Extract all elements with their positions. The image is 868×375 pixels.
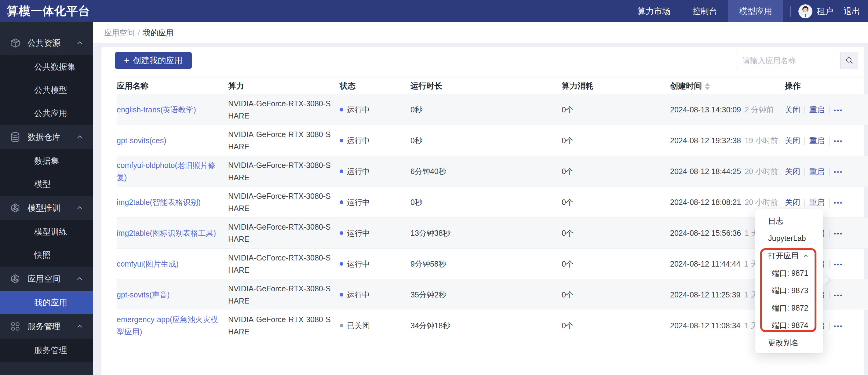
app-name-link[interactable]: gpt-sovits(声音) xyxy=(117,289,170,301)
more-dots-icon[interactable]: ••• xyxy=(834,230,843,237)
status-label: 运行中 xyxy=(347,167,370,176)
logout-button[interactable]: 退出 xyxy=(843,6,860,17)
status-label: 运行中 xyxy=(347,229,370,237)
app-name-link[interactable]: emergency-app(应急池火灾模型应用) xyxy=(117,313,222,338)
more-dots-icon[interactable]: ••• xyxy=(834,292,843,299)
breadcrumb: 应用空间 / 我的应用 xyxy=(93,22,868,43)
col-runtime: 运行时长 xyxy=(410,78,562,94)
nav-item-model-apps[interactable]: 模型应用 xyxy=(728,0,783,22)
created-cell: 2024-08-13 14:30:092 分钟前 xyxy=(670,94,785,125)
menu-item-open-app[interactable]: 打开应用 xyxy=(755,247,823,264)
consumption-value: 0个 xyxy=(562,94,670,125)
close-action[interactable]: 关闭 xyxy=(785,167,800,176)
col-created: 创建时间 xyxy=(670,78,785,94)
search-box xyxy=(736,52,858,69)
restart-action[interactable]: 重启 xyxy=(809,136,825,145)
close-action[interactable]: 关闭 xyxy=(785,198,800,207)
col-actions: 操作 xyxy=(785,78,868,94)
gpu-label: NVIDIA-GeForce-RTX-3080-SHARE xyxy=(228,128,334,153)
main-content: 应用空间 / 我的应用 + 创建我的应用 应用名称 算力 状态 xyxy=(93,22,868,375)
search-input[interactable] xyxy=(736,52,840,69)
actions-cell: 关闭重启••• xyxy=(785,125,868,156)
restart-action[interactable]: 重启 xyxy=(809,167,825,176)
app-name-link[interactable]: english-trans(英语教学) xyxy=(117,103,196,116)
app-name-link[interactable]: comfyui-oldphoto(老旧照片修复) xyxy=(117,159,222,184)
more-dots-icon[interactable]: ••• xyxy=(834,138,843,145)
restart-action[interactable]: 重启 xyxy=(809,198,825,207)
nav-item-compute-market[interactable]: 算力市场 xyxy=(626,0,681,22)
breadcrumb-section[interactable]: 应用空间 xyxy=(104,28,135,38)
runtime-value: 0秒 xyxy=(410,94,562,125)
status-dot xyxy=(340,108,343,112)
chevron-up-icon xyxy=(76,275,83,282)
more-dots-icon[interactable]: ••• xyxy=(834,323,843,330)
menu-item-port-9874[interactable]: 端口: 9874 xyxy=(755,317,823,334)
sidebar-item-model-train[interactable]: 模型训练 xyxy=(0,220,93,243)
sidebar-item-models[interactable]: 模型 xyxy=(0,173,93,196)
sidebar-group-data-warehouse[interactable]: 数据仓库 xyxy=(0,125,93,149)
more-dots-icon[interactable]: ••• xyxy=(834,261,843,268)
menu-item-port-9871[interactable]: 端口: 9871 xyxy=(755,264,823,282)
avatar[interactable] xyxy=(798,4,812,18)
row-actions-dropdown: 日志 JupyterLab 打开应用 端口: 9871 端口: 9873 端口:… xyxy=(755,209,823,353)
runtime-value: 0秒 xyxy=(410,187,562,218)
menu-item-port-9872[interactable]: 端口: 9872 xyxy=(755,299,823,317)
status-label: 已关闭 xyxy=(347,321,370,330)
sidebar-item-my-apps[interactable]: 我的应用 xyxy=(0,291,93,314)
runtime-value: 6分钟40秒 xyxy=(410,156,562,187)
sidebar-group-app-space[interactable]: 应用空间 xyxy=(0,267,93,291)
gpu-label: NVIDIA-GeForce-RTX-3080-SHARE xyxy=(228,282,334,307)
runtime-value: 9分钟58秒 xyxy=(410,249,562,279)
sidebar-item-public-apps[interactable]: 公共应用 xyxy=(0,102,93,125)
created-relative: 19 小时前 xyxy=(745,136,778,145)
created-relative: 20 小时前 xyxy=(745,167,778,176)
sidebar-group-label: 应用空间 xyxy=(28,273,60,284)
consumption-value: 0个 xyxy=(562,279,670,310)
sort-carets-icon[interactable] xyxy=(705,83,710,90)
sidebar-item-service-management[interactable]: 服务管理 xyxy=(0,339,93,362)
sidebar-item-public-datasets[interactable]: 公共数据集 xyxy=(0,55,93,79)
grid-icon xyxy=(10,321,21,332)
runtime-value: 35分钟2秒 xyxy=(410,279,562,310)
sidebar-spacer xyxy=(0,22,93,31)
status-dot xyxy=(340,231,343,235)
sidebar-item-snapshot[interactable]: 快照 xyxy=(0,243,93,267)
close-action[interactable]: 关闭 xyxy=(785,105,800,114)
gpu-label: NVIDIA-GeForce-RTX-3080-SHARE xyxy=(228,252,334,276)
menu-item-port-9873[interactable]: 端口: 9873 xyxy=(755,282,823,299)
restart-action[interactable]: 重启 xyxy=(809,105,825,114)
status-label: 运行中 xyxy=(347,290,370,299)
create-app-button[interactable]: + 创建我的应用 xyxy=(115,52,192,69)
menu-item-jupyterlab[interactable]: JupyterLab xyxy=(755,230,823,247)
sidebar-item-datasets[interactable]: 数据集 xyxy=(0,149,93,173)
user-menu[interactable]: 租户 xyxy=(817,6,833,17)
gpu-label: NVIDIA-GeForce-RTX-3080-SHARE xyxy=(228,221,334,245)
chevron-up-icon xyxy=(76,39,83,47)
sidebar-item-public-models[interactable]: 公共模型 xyxy=(0,79,93,102)
gpu-label: NVIDIA-GeForce-RTX-3080-SHARE xyxy=(228,190,334,214)
app-name-link[interactable]: img2table(智能表格识别) xyxy=(117,196,201,208)
search-button[interactable] xyxy=(840,52,858,69)
nav-item-console[interactable]: 控制台 xyxy=(681,0,728,22)
breadcrumb-separator: / xyxy=(138,28,140,37)
sidebar-group-service-management[interactable]: 服务管理 xyxy=(0,314,93,339)
menu-item-logs[interactable]: 日志 xyxy=(755,212,823,230)
menu-item-rename[interactable]: 更改别名 xyxy=(755,334,823,351)
sidebar-group-model-training[interactable]: 模型推训 xyxy=(0,196,93,220)
nav-divider xyxy=(790,6,791,17)
sidebar-group-public-resources[interactable]: 公共资源 xyxy=(0,31,93,55)
status-dot xyxy=(340,262,343,266)
more-dots-icon[interactable]: ••• xyxy=(834,199,843,206)
created-relative: 20 小时前 xyxy=(745,198,778,207)
col-app-name: 应用名称 xyxy=(117,78,228,94)
app-name-link[interactable]: img2table(图标识别表格工具) xyxy=(117,227,216,239)
more-dots-icon[interactable]: ••• xyxy=(834,168,843,175)
table-header-row: 应用名称 算力 状态 运行时长 算力消耗 创建时间 操作 xyxy=(117,78,868,94)
app-name-link[interactable]: gpt-sovits(ces) xyxy=(117,134,166,147)
close-action[interactable]: 关闭 xyxy=(785,136,800,145)
app-name-link[interactable]: comfyui(图片生成) xyxy=(117,258,179,270)
gpu-label: NVIDIA-GeForce-RTX-3080-SHARE xyxy=(228,97,334,122)
more-dots-icon[interactable]: ••• xyxy=(834,107,843,114)
chevron-up-icon xyxy=(76,323,83,330)
col-compute: 算力 xyxy=(228,78,340,94)
